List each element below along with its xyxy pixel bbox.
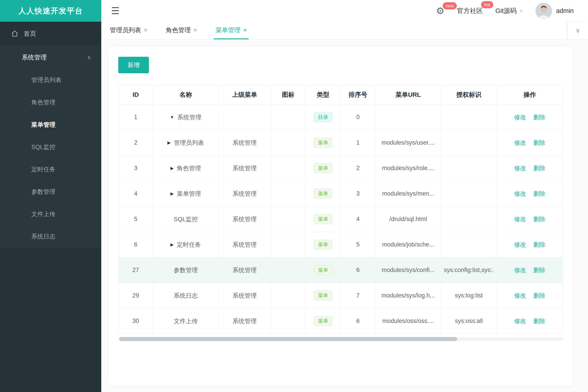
table-row[interactable]: 2 ▶ 管理员列表 系统管理 菜单 1 [119,130,563,156]
hot-badge: hot [481,1,493,8]
cell-parent: 系统管理 [218,308,271,334]
col-name: 名称 [153,85,218,104]
cell-parent: 系统管理 [218,181,271,206]
sidebar-item-sql-monitor[interactable]: SQL监控 [0,136,101,158]
table-row[interactable]: 5 SQL监控 系统管理 菜单 4 [119,206,563,232]
table-row[interactable]: 3 ▶ 角色管理 系统管理 菜单 2 [119,156,563,181]
close-icon[interactable]: × [243,27,247,33]
brand-title: 人人快速开发平台 [0,0,101,22]
chevron-down-icon: ∨ [575,27,580,34]
close-icon[interactable]: × [193,27,197,33]
git-source-label: Git源码 [495,6,517,16]
table-header-row: ID 名称 上级菜单 图标 类型 排序号 菜单URL 授权标识 操作 [119,85,563,104]
tree-toggle-icon[interactable]: ▶ [170,166,174,171]
horizontal-scrollbar[interactable] [118,337,563,341]
table-row[interactable]: 30 文件上传 系统管理 菜单 6 [119,308,563,334]
add-button[interactable]: 新增 [118,57,149,73]
cell-id: 27 [119,258,153,283]
tree-toggle-icon[interactable]: ▶ [170,242,174,247]
cell-actions: 修改 删除 [496,308,563,334]
cell-url: modules/sys/user.... [375,130,441,156]
cell-icon [271,206,305,232]
delete-link[interactable]: 删除 [533,318,545,324]
cell-auth [441,130,497,156]
cell-url: modules/sys/log.h... [375,283,441,308]
delete-link[interactable]: 删除 [533,114,545,121]
type-badge: 菜单 [314,265,332,275]
scrollbar-thumb[interactable] [119,337,457,341]
cell-icon [271,181,305,206]
tab-menu-mgmt[interactable]: 菜单管理 × [214,22,249,39]
tabs-overflow-button[interactable]: ∨ [567,22,588,39]
cell-name: ▶ 菜单管理 [153,181,218,206]
edit-link[interactable]: 修改 [514,318,526,324]
sidebar-item-scheduled-jobs[interactable]: 定时任务 [0,158,101,180]
cell-actions: 修改 删除 [496,130,563,156]
sidebar-item-role-mgmt[interactable]: 角色管理 [0,91,101,114]
cell-parent: 系统管理 [218,206,271,232]
tree-toggle-icon[interactable]: ▶ [170,191,174,196]
community-link[interactable]: 官方社区 hot [457,6,483,16]
cell-auth: sys:config:list,sys:. [441,258,497,283]
cell-actions: 修改 删除 [496,283,563,308]
close-icon[interactable]: × [144,27,147,33]
settings-gear-button[interactable]: ⚙ new [436,6,444,16]
sidebar-item-home[interactable]: 首页 [0,22,101,46]
cell-order: 7 [340,283,375,308]
tree-toggle-icon[interactable]: ▼ [170,115,174,120]
delete-link[interactable]: 删除 [533,267,545,274]
type-badge: 菜单 [314,163,332,173]
delete-link[interactable]: 删除 [533,190,545,197]
delete-link[interactable]: 删除 [533,292,545,299]
edit-link[interactable]: 修改 [514,241,526,248]
table-row[interactable]: 27 参数管理 系统管理 菜单 6 [119,258,563,283]
tab-admin-list[interactable]: 管理员列表 × [108,22,149,39]
table-row[interactable]: 1 ▼ 系统管理 目录 0 [119,104,563,130]
cell-parent: 系统管理 [218,283,271,308]
sidebar: 人人快速开发平台 首页 系统管理 ∧ 管理员列表 角色管理 菜单管理 SQL监控… [0,0,101,392]
sidebar-item-system-log[interactable]: 系统日志 [0,225,101,248]
cell-type: 菜单 [305,181,340,206]
sidebar-item-file-upload[interactable]: 文件上传 [0,203,101,225]
cell-name: 系统日志 [153,283,218,308]
edit-link[interactable]: 修改 [514,267,526,274]
sidebar-item-menu-mgmt[interactable]: 菜单管理 [0,114,101,136]
cell-name: 参数管理 [153,258,218,283]
sidebar-section-toggle[interactable]: 系统管理 ∧ [0,46,101,69]
cell-order: 1 [340,130,375,156]
hamburger-icon[interactable]: ☰ [111,6,120,16]
chevron-up-icon: ∧ [87,54,91,61]
tab-label: 菜单管理 [216,26,241,34]
sidebar-item-admin-list[interactable]: 管理员列表 [0,69,101,91]
tab-bar: 管理员列表 × 角色管理 × 菜单管理 × ∨ [101,22,588,40]
edit-link[interactable]: 修改 [514,190,526,197]
table-row[interactable]: 4 ▶ 菜单管理 系统管理 菜单 3 [119,181,563,206]
tree-toggle-icon[interactable]: ▶ [168,140,171,145]
delete-link[interactable]: 删除 [533,216,545,222]
delete-link[interactable]: 删除 [533,140,545,146]
cell-auth: sys:oss:all [441,308,497,334]
cell-type: 菜单 [305,156,340,181]
cell-id: 6 [119,232,153,258]
edit-link[interactable]: 修改 [514,216,526,222]
delete-link[interactable]: 删除 [533,241,545,248]
type-badge: 菜单 [314,214,332,224]
cell-url [375,104,441,130]
delete-link[interactable]: 删除 [533,165,545,172]
tab-role-mgmt[interactable]: 角色管理 × [164,22,199,39]
user-menu[interactable]: admin [535,3,574,19]
cell-icon [271,258,305,283]
edit-link[interactable]: 修改 [514,292,526,299]
app-root: 人人快速开发平台 首页 系统管理 ∧ 管理员列表 角色管理 菜单管理 SQL监控… [0,0,588,392]
table-row[interactable]: 6 ▶ 定时任务 系统管理 菜单 5 [119,232,563,258]
col-url: 菜单URL [375,85,441,104]
cell-actions: 修改 删除 [496,104,563,130]
col-auth: 授权标识 [441,85,497,104]
table-row[interactable]: 29 系统日志 系统管理 菜单 7 [119,283,563,308]
cell-name: ▼ 系统管理 [153,104,218,130]
edit-link[interactable]: 修改 [514,140,526,146]
sidebar-item-param-mgmt[interactable]: 参数管理 [0,180,101,203]
git-source-dropdown[interactable]: Git源码 ∨ [495,6,523,16]
edit-link[interactable]: 修改 [514,165,526,172]
edit-link[interactable]: 修改 [514,114,526,121]
